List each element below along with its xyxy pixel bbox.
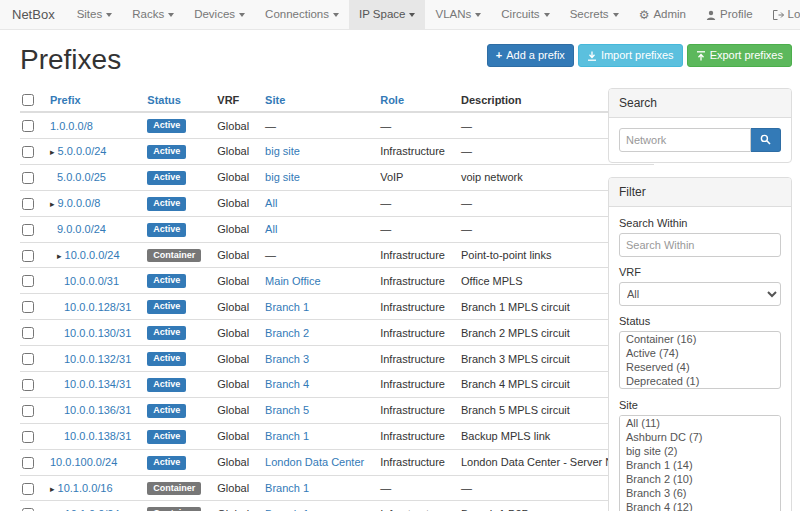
row-checkbox[interactable] bbox=[22, 198, 34, 210]
nav-item-secrets[interactable]: Secrets bbox=[560, 0, 629, 29]
status-badge: Active bbox=[147, 430, 186, 444]
brand-link[interactable]: NetBox bbox=[0, 0, 67, 29]
nav-item-logout[interactable]: Log out bbox=[763, 0, 800, 29]
row-checkbox[interactable] bbox=[22, 224, 34, 236]
site-link[interactable]: big site bbox=[265, 145, 300, 157]
prefix-link[interactable]: 10.0.0.128/31 bbox=[64, 301, 131, 313]
status-cell: Active bbox=[139, 216, 209, 242]
site-link[interactable]: Branch 3 bbox=[265, 353, 309, 365]
nav-item-devices[interactable]: Devices bbox=[184, 0, 255, 29]
prefix-link[interactable]: 10.0.0.0/31 bbox=[64, 275, 119, 287]
site-cell: Branch 1 bbox=[257, 423, 372, 449]
site-link[interactable]: Branch 4 bbox=[265, 378, 309, 390]
prefix-link[interactable]: 10.0.0.0/24 bbox=[65, 249, 120, 261]
column-header-role[interactable]: Role bbox=[380, 94, 404, 106]
row-checkbox[interactable] bbox=[22, 327, 34, 339]
site-link[interactable]: big site bbox=[265, 171, 300, 183]
nav-item-connections[interactable]: Connections bbox=[255, 0, 349, 29]
prefix-link[interactable]: 10.0.0.138/31 bbox=[64, 430, 131, 442]
nav-item-admin[interactable]: ⚙ Admin bbox=[629, 0, 696, 29]
prefix-link[interactable]: 1.0.0.0/8 bbox=[50, 120, 93, 132]
prefix-link[interactable]: 9.0.0.0/24 bbox=[57, 223, 106, 235]
site-link[interactable]: Branch 5 bbox=[265, 404, 309, 416]
role-cell: Infrastructure bbox=[372, 397, 453, 423]
status-badge: Active bbox=[147, 171, 186, 185]
search-input[interactable] bbox=[619, 128, 751, 152]
prefix-link[interactable]: 10.0.0.134/31 bbox=[64, 378, 131, 390]
row-checkbox[interactable] bbox=[22, 405, 34, 417]
row-checkbox[interactable] bbox=[22, 250, 34, 262]
search-button[interactable] bbox=[751, 128, 781, 152]
export-prefixes-label: Export prefixes bbox=[710, 48, 783, 63]
row-checkbox[interactable] bbox=[22, 457, 34, 469]
status-cell: Active bbox=[139, 372, 209, 398]
site-link[interactable]: Branch 1 bbox=[265, 301, 309, 313]
export-prefixes-button[interactable]: Export prefixes bbox=[687, 44, 792, 67]
role-cell: Infrastructure bbox=[372, 320, 453, 346]
site-link[interactable]: All bbox=[265, 223, 277, 235]
search-icon bbox=[760, 133, 771, 148]
chevron-down-icon bbox=[168, 13, 174, 17]
status-badge: Active bbox=[147, 326, 186, 340]
role-cell: VoIP bbox=[372, 164, 453, 190]
site-link[interactable]: Branch 1 bbox=[265, 482, 309, 494]
status-badge: Container bbox=[147, 507, 201, 511]
site-link[interactable]: All bbox=[265, 197, 277, 209]
nav-item-profile[interactable]: Profile bbox=[696, 0, 763, 29]
nav-item-ip-space[interactable]: IP Space bbox=[349, 0, 425, 29]
nav-item-circuits[interactable]: Circuits bbox=[491, 0, 559, 29]
site-cell: Main Office bbox=[257, 268, 372, 294]
row-checkbox[interactable] bbox=[22, 431, 34, 443]
prefix-link[interactable]: 10.0.0.136/31 bbox=[64, 404, 131, 416]
prefix-link[interactable]: 10.0.0.132/31 bbox=[64, 353, 131, 365]
export-icon bbox=[696, 51, 706, 61]
row-checkbox[interactable] bbox=[22, 353, 34, 365]
prefix-cell: 10.0.100.0/24 bbox=[42, 449, 139, 475]
row-checkbox[interactable] bbox=[22, 275, 34, 287]
row-checkbox[interactable] bbox=[22, 379, 34, 391]
row-checkbox[interactable] bbox=[22, 301, 34, 313]
prefix-link[interactable]: 10.0.100.0/24 bbox=[50, 456, 117, 468]
status-badge: Container bbox=[147, 249, 201, 263]
prefix-link[interactable]: 9.0.0.0/8 bbox=[58, 197, 101, 209]
status-badge: Active bbox=[147, 456, 186, 470]
role-cell: Infrastructure bbox=[372, 294, 453, 320]
prefix-cell: ▸10.0.0.0/24 bbox=[42, 242, 139, 268]
status-filter-select[interactable]: Container (16)Active (74)Reserved (4)Dep… bbox=[619, 331, 781, 389]
add-prefix-button[interactable]: + Add a prefix bbox=[487, 44, 574, 67]
site-link[interactable]: Main Office bbox=[265, 275, 320, 287]
nav-item-vlans[interactable]: VLANs bbox=[425, 0, 491, 29]
prefix-cell: ▸5.0.0.0/24 bbox=[42, 138, 139, 164]
nav-item-racks[interactable]: Racks bbox=[122, 0, 184, 29]
site-link[interactable]: Branch 2 bbox=[265, 327, 309, 339]
nav-item-sites[interactable]: Sites bbox=[67, 0, 123, 29]
row-checkbox[interactable] bbox=[22, 172, 34, 184]
column-header-site[interactable]: Site bbox=[265, 94, 285, 106]
role-cell: Infrastructure bbox=[372, 138, 453, 164]
column-header-prefix[interactable]: Prefix bbox=[50, 94, 81, 106]
site-filter-select[interactable]: All (11)Ashburn DC (7)big site (2)Branch… bbox=[619, 415, 781, 511]
vrf-filter-label: VRF bbox=[619, 266, 781, 278]
add-prefix-label: Add a prefix bbox=[506, 48, 565, 63]
import-prefixes-button[interactable]: Import prefixes bbox=[578, 44, 683, 67]
row-checkbox[interactable] bbox=[22, 146, 34, 158]
prefix-cell: 5.0.0.0/25 bbox=[42, 164, 139, 190]
status-cell: Active bbox=[139, 397, 209, 423]
prefix-link[interactable]: 10.1.0.0/16 bbox=[58, 482, 113, 494]
status-badge: Active bbox=[147, 274, 186, 288]
site-link[interactable]: London Data Center bbox=[265, 456, 364, 468]
prefix-link[interactable]: 5.0.0.0/24 bbox=[58, 145, 107, 157]
prefix-link[interactable]: 10.0.0.130/31 bbox=[64, 327, 131, 339]
row-checkbox[interactable] bbox=[22, 483, 34, 495]
vrf-cell: Global bbox=[209, 346, 257, 372]
vrf-filter-select[interactable]: All bbox=[619, 282, 781, 306]
column-header-status[interactable]: Status bbox=[147, 94, 181, 106]
site-link[interactable]: Branch 1 bbox=[265, 430, 309, 442]
row-checkbox[interactable] bbox=[22, 120, 34, 132]
search-within-input[interactable] bbox=[619, 233, 781, 257]
select-all-checkbox[interactable] bbox=[22, 94, 34, 106]
site-cell: — bbox=[257, 112, 372, 138]
status-badge: Active bbox=[147, 197, 186, 211]
chevron-down-icon bbox=[544, 13, 550, 17]
prefix-link[interactable]: 5.0.0.0/25 bbox=[57, 171, 106, 183]
